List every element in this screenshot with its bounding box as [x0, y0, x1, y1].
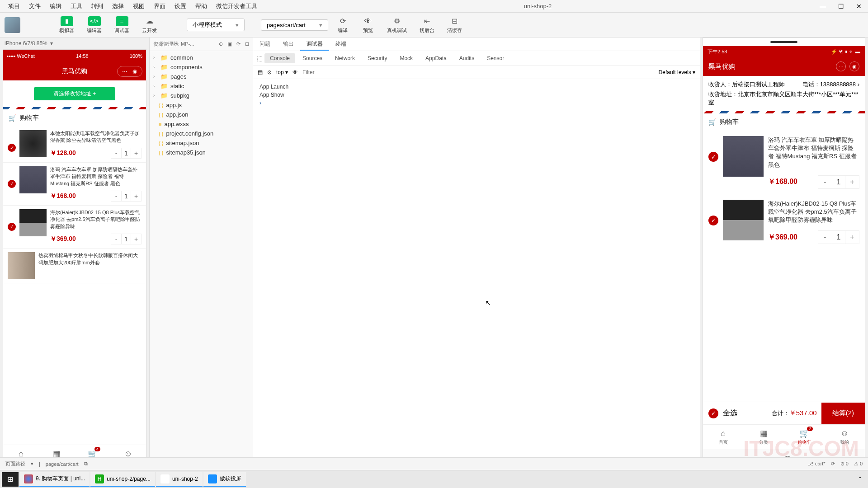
eye-icon[interactable]: 👁: [292, 69, 298, 75]
device-selector[interactable]: iPhone 6/7/8 85%: [0, 38, 149, 49]
sync-icon[interactable]: ⟳: [831, 461, 835, 467]
minus-button[interactable]: -: [111, 234, 121, 244]
tab-mock[interactable]: Mock: [394, 53, 418, 63]
user-avatar[interactable]: [5, 17, 20, 33]
plus-button[interactable]: +: [845, 176, 859, 188]
menu-wx-devtools[interactable]: 微信开发者工具: [212, 0, 262, 12]
mode-dropdown[interactable]: 小程序模式: [187, 19, 245, 31]
tab-security[interactable]: Security: [362, 53, 392, 63]
maximize-button[interactable]: ☐: [832, 0, 850, 13]
menu-goto[interactable]: 转到: [87, 0, 108, 12]
file-app-json[interactable]: { }app.json: [150, 110, 253, 119]
menu-file[interactable]: 文件: [24, 0, 45, 12]
menu-settings[interactable]: 设置: [170, 0, 191, 12]
minus-button[interactable]: -: [111, 191, 121, 201]
tab-console[interactable]: Console: [264, 53, 295, 63]
item-checkbox[interactable]: ✓: [708, 216, 718, 225]
taskbar-hbuilder[interactable]: Huni-shop-2/page...: [90, 472, 155, 487]
refresh-icon[interactable]: ⟳: [236, 41, 241, 47]
toggle-sidebar-icon[interactable]: ▤: [258, 69, 263, 75]
git-branch[interactable]: ⎇ cart*: [808, 461, 826, 467]
qty-stepper[interactable]: -1+: [818, 175, 859, 189]
sim-capsule[interactable]: ⋯◉: [117, 66, 142, 77]
menu-select[interactable]: 选择: [108, 0, 128, 12]
menu-help[interactable]: 帮助: [191, 0, 212, 12]
menu-view[interactable]: 视图: [128, 0, 149, 12]
taskbar-devtools[interactable]: uni-shop-2: [156, 472, 203, 487]
cart-item[interactable]: ✓ 海尔(Haier)KJBD02-15 Q8 Plus车载空气净化器 去pm2…: [3, 206, 146, 249]
error-count[interactable]: ⊘ 0: [840, 461, 849, 467]
tab-appdata[interactable]: AppData: [420, 53, 452, 63]
minus-button[interactable]: -: [111, 148, 121, 158]
tab-cart[interactable]: 🛒2购物车: [784, 425, 825, 449]
copy-path-icon[interactable]: ⧉: [84, 461, 88, 467]
compile-button[interactable]: ⟳编译: [332, 15, 354, 35]
folder-static[interactable]: ›📁static: [150, 81, 253, 91]
qty-stepper[interactable]: -1+: [111, 148, 142, 159]
collapse-icon[interactable]: ⊟: [245, 41, 249, 47]
new-folder-icon[interactable]: ▣: [227, 41, 232, 47]
inspect-icon[interactable]: ⬚: [257, 55, 263, 62]
warning-count[interactable]: ⚠ 0: [854, 461, 863, 467]
remote-debug-button[interactable]: ⚙真机调试: [382, 15, 411, 35]
close-button[interactable]: ✕: [850, 0, 868, 13]
cart-item[interactable]: ✓ 洛玛 汽车车衣车罩 加厚防晒隔热车套外罩牛津布 福特麦柯斯 探险者 福特Mu…: [3, 163, 146, 206]
preview-button[interactable]: 👁预览: [357, 15, 379, 35]
debugger-toggle[interactable]: ≡调试器: [110, 15, 134, 35]
taskbar-chrome[interactable]: 9. 购物车页面 | uni...: [19, 472, 90, 487]
plus-button[interactable]: +: [131, 234, 141, 244]
levels-dropdown[interactable]: Default levels ▾: [659, 69, 695, 75]
plus-button[interactable]: +: [131, 148, 141, 158]
cart-item[interactable]: ✓ 本弛太阳能供电车载空气净化器负离子加湿香薰 除尘去异味清洁空气黑色 ￥128…: [3, 127, 146, 163]
simulator-toggle[interactable]: ▮模拟器: [55, 15, 79, 35]
qty-stepper[interactable]: -1+: [111, 191, 142, 202]
target-icon[interactable]: ◉: [849, 61, 859, 71]
folder-subpkg[interactable]: ›📁subpkg: [150, 91, 253, 100]
more-icon[interactable]: ⋯: [836, 61, 846, 71]
tab-sensor[interactable]: Sensor: [481, 53, 509, 63]
item-checkbox[interactable]: ✓: [8, 144, 16, 152]
menu-project[interactable]: 项目: [4, 0, 24, 12]
item-checkbox[interactable]: ✓: [8, 223, 16, 231]
cart-item[interactable]: ✓ 海尔(Haier)KJBD02-15 Q8 Plus车载空气净化器 去pm2…: [703, 194, 865, 250]
address-panel[interactable]: 收货人：后端接口测试工程师 电话：13888888888 › 收货地址：北京市北…: [703, 76, 865, 111]
tab-terminal[interactable]: 终端: [329, 38, 353, 51]
tab-problems[interactable]: 问题: [253, 38, 277, 51]
tab-network[interactable]: Network: [330, 53, 360, 63]
menu-interface[interactable]: 界面: [149, 0, 170, 12]
tab-profile[interactable]: ☺我的: [825, 425, 865, 449]
qty-stepper[interactable]: -1+: [111, 234, 142, 244]
folder-pages[interactable]: ›📁pages: [150, 72, 253, 81]
folder-components[interactable]: ›📁components: [150, 62, 253, 72]
filter-input[interactable]: [302, 69, 654, 75]
taskbar-apowermirror[interactable]: 傲软投屏: [203, 472, 246, 487]
cart-item[interactable]: ✓ 洛玛 汽车车衣车罩 加厚防晒隔热车套外罩牛津布 福特麦柯斯 探险者 福特Mu…: [703, 131, 865, 194]
menu-edit[interactable]: 编辑: [45, 0, 66, 12]
page-path-label[interactable]: 页面路径: [5, 460, 25, 467]
menu-tools[interactable]: 工具: [66, 0, 87, 12]
editor-toggle[interactable]: </>编辑器: [82, 15, 106, 35]
context-dropdown[interactable]: top ▾: [276, 69, 288, 75]
clear-console-icon[interactable]: ⊘: [267, 69, 272, 75]
tab-audits[interactable]: Audits: [454, 53, 480, 63]
file-app-wxss[interactable]: ≡app.wxss: [150, 119, 253, 129]
tab-debugger[interactable]: 调试器: [300, 38, 329, 51]
item-checkbox[interactable]: ✓: [708, 152, 718, 162]
file-project-config[interactable]: { }project.config.json: [150, 129, 253, 138]
file-app-js[interactable]: { }app.js: [150, 100, 253, 110]
cloud-dev-button[interactable]: ☁云开发: [137, 15, 161, 35]
plus-button[interactable]: +: [845, 231, 859, 244]
page-dropdown[interactable]: pages/cart/cart: [261, 19, 328, 31]
minimize-button[interactable]: —: [814, 0, 832, 13]
tab-home[interactable]: ⌂首页: [703, 425, 744, 449]
tab-sources[interactable]: Sources: [297, 53, 328, 63]
select-address-button[interactable]: 请选择收货地址 +: [34, 87, 115, 100]
select-all-checkbox[interactable]: ✓: [708, 408, 718, 418]
qty-stepper[interactable]: -1+: [818, 230, 859, 244]
file-sitemap[interactable]: { }sitemap.json: [150, 138, 253, 148]
minus-button[interactable]: -: [818, 176, 832, 188]
folder-common[interactable]: ›📁common: [150, 53, 253, 62]
file-sitemap35[interactable]: { }sitemap35.json: [150, 148, 253, 157]
collapse-button[interactable]: ˄: [854, 476, 866, 483]
clear-cache-button[interactable]: ⊟清缓存: [443, 15, 467, 35]
